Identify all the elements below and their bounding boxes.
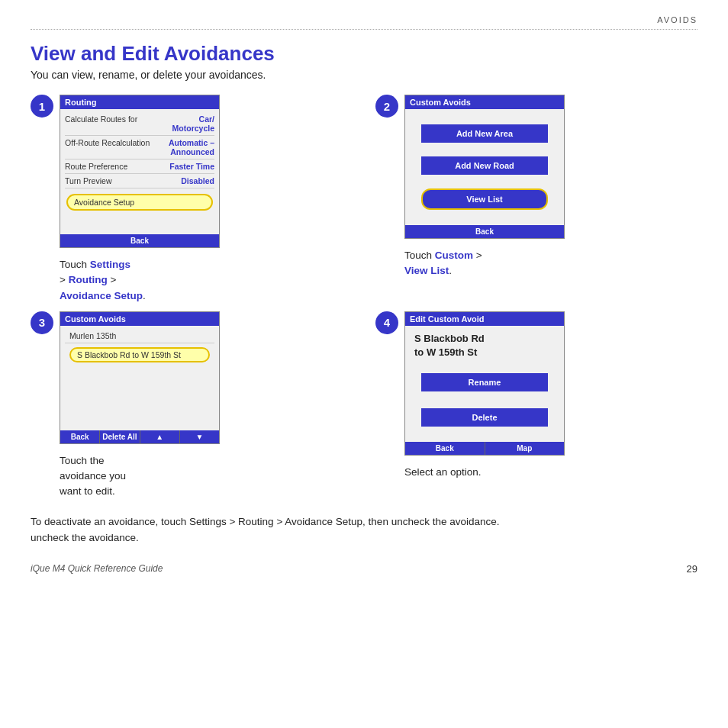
step-2-back-button[interactable]: Back — [405, 225, 564, 238]
step-1-block: 1 Routing Calculate Routes for Car/Motor… — [31, 95, 353, 304]
footer-settings: Settings — [189, 516, 227, 527]
step-2-screen: Custom Avoids Add New Area Add New Road … — [404, 95, 565, 239]
step-4-map-button[interactable]: Map — [485, 442, 565, 455]
step-2-title-bar: Custom Avoids — [405, 95, 564, 109]
page-number: 29 — [687, 563, 697, 575]
step-1-title-bar: Routing — [60, 95, 219, 109]
step-3-back-button[interactable]: Back — [60, 430, 100, 443]
step-3-screen: Custom Avoids Murlen 135th S Blackbob Rd… — [60, 311, 220, 444]
page-footer: iQue M4 Quick Reference Guide 29 — [31, 559, 697, 575]
step-4-title-bar: Edit Custom Avoid — [405, 312, 564, 326]
step-1-row-3: Turn Preview Disabled — [65, 174, 214, 188]
step-4-caption: Select an option. — [404, 465, 482, 480]
content-grid: 1 Routing Calculate Routes for Car/Motor… — [31, 95, 697, 500]
step-3-title-bar: Custom Avoids — [60, 312, 219, 326]
step-1-caption: Touch Settings > Routing > Avoidance Set… — [60, 257, 146, 304]
step-3-caption: Touch theavoidance youwant to edit. — [60, 453, 126, 500]
step-1-body: Calculate Routes for Car/Motorcycle Off-… — [60, 109, 219, 234]
step-2-number: 2 — [375, 95, 398, 118]
footer-section: To deactivate an avoidance, touch Settin… — [31, 514, 697, 546]
step-3-block: 3 Custom Avoids Murlen 135th S Blackbob … — [31, 311, 353, 500]
step-3-list-item-0[interactable]: Murlen 135th — [65, 329, 214, 343]
step-1-back-button[interactable]: Back — [60, 234, 219, 247]
step-4-back-button[interactable]: Back — [405, 442, 485, 455]
step-1-highlight[interactable]: Avoidance Setup — [66, 194, 213, 211]
step-4-delete-button[interactable]: Delete — [421, 408, 549, 427]
step-1-screen: Routing Calculate Routes for Car/Motorcy… — [60, 95, 220, 248]
step-4-number: 4 — [375, 311, 398, 334]
step-4-block: 4 Edit Custom Avoid S Blackbob Rdto W 15… — [375, 311, 697, 500]
step-3-footer: Back Delete All ▲ ▼ — [60, 430, 219, 443]
step-2-caption: Touch Custom > View List. — [404, 248, 482, 279]
step-1-row-2: Route Preference Faster Time — [65, 159, 214, 174]
step-3-up-button[interactable]: ▲ — [140, 430, 180, 443]
guide-name: iQue M4 Quick Reference Guide — [31, 563, 163, 574]
footer-after: , then uncheck the avoidance. — [362, 516, 499, 527]
step-4-rename-button[interactable]: Rename — [421, 373, 549, 391]
step-1-number: 1 — [31, 95, 53, 118]
step-1-row-1: Off-Route Recalculation Automatic –Annou… — [65, 136, 214, 159]
step-3-number: 3 — [31, 311, 53, 334]
page-title: View and Edit Avoidances — [31, 42, 697, 66]
footer-gt1: > — [227, 516, 238, 527]
step-4-edit-title: S Blackbob Rdto W 159th St — [410, 329, 559, 361]
step-2-add-area-button[interactable]: Add New Area — [421, 124, 549, 143]
footer-routing: Routing — [238, 516, 274, 527]
step-2-view-list-button[interactable]: View List — [421, 188, 549, 210]
step-4-footer: Back Map — [405, 442, 564, 455]
step-3-body: Murlen 135th S Blackbob Rd to W 159th St — [60, 326, 219, 430]
step-4-screen: Edit Custom Avoid S Blackbob Rdto W 159t… — [404, 311, 565, 456]
footer-avoidance-setup: Avoidance Setup — [285, 516, 362, 527]
step-1-row-0: Calculate Routes for Car/Motorcycle — [65, 112, 214, 136]
page-subtitle: You can view, rename, or delete your avo… — [31, 69, 697, 81]
step-3-list-highlight[interactable]: S Blackbob Rd to W 159th St — [69, 347, 210, 362]
footer-before: To deactivate an avoidance, touch — [31, 516, 189, 527]
step-2-body: Add New Area Add New Road View List — [405, 109, 564, 225]
step-2-add-road-button[interactable]: Add New Road — [421, 156, 549, 175]
step-3-delete-all-button[interactable]: Delete All — [100, 430, 140, 443]
header-title: Avoids — [657, 15, 697, 24]
step-4-body: S Blackbob Rdto W 159th St Rename Delete — [405, 326, 564, 442]
step-3-down-button[interactable]: ▼ — [180, 430, 219, 443]
page-header: Avoids — [31, 15, 697, 30]
step-2-block: 2 Custom Avoids Add New Area Add New Roa… — [375, 95, 697, 304]
footer-gt2: > — [274, 516, 285, 527]
